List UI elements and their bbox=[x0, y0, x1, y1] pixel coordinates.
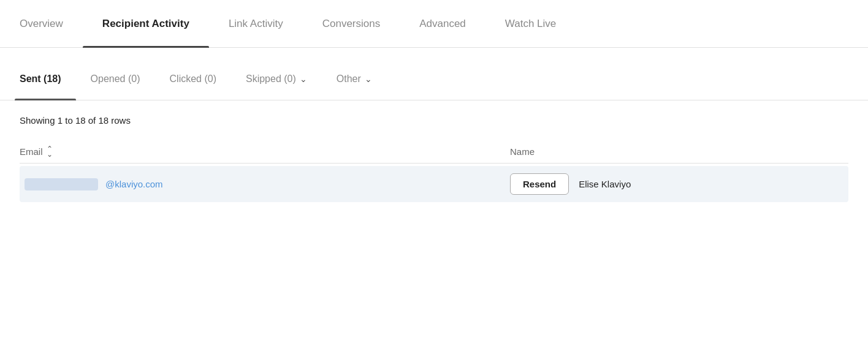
main-content: Showing 1 to 18 of 18 rows Email Name @k… bbox=[0, 100, 868, 217]
skipped-chevron-icon: ⌄ bbox=[300, 74, 307, 84]
email-sort-icon[interactable] bbox=[47, 145, 53, 158]
column-email: Email bbox=[20, 145, 510, 158]
sub-nav: Sent (18) Opened (0) Clicked (0) Skipped… bbox=[0, 58, 868, 100]
column-name: Name bbox=[510, 146, 848, 157]
tab-advanced[interactable]: Advanced bbox=[400, 0, 485, 48]
tab-link-activity[interactable]: Link Activity bbox=[209, 0, 303, 48]
subtab-skipped[interactable]: Skipped (0) ⌄ bbox=[231, 58, 322, 100]
cell-email: @klaviyo.com bbox=[20, 178, 510, 190]
subtab-clicked[interactable]: Clicked (0) bbox=[155, 58, 231, 100]
subtab-sent[interactable]: Sent (18) bbox=[15, 58, 76, 100]
email-blur bbox=[25, 178, 98, 190]
resend-button[interactable]: Resend bbox=[510, 173, 569, 195]
table-row: @klaviyo.com Resend Elise Klaviyo bbox=[20, 166, 848, 202]
tab-watch-live[interactable]: Watch Live bbox=[485, 0, 576, 48]
other-chevron-icon: ⌄ bbox=[365, 74, 372, 84]
table-header: Email Name bbox=[20, 140, 848, 164]
cell-name: Elise Klaviyo bbox=[579, 179, 848, 189]
tab-overview[interactable]: Overview bbox=[15, 0, 83, 48]
tab-conversions[interactable]: Conversions bbox=[303, 0, 400, 48]
top-nav: Overview Recipient Activity Link Activit… bbox=[0, 0, 868, 48]
rows-info: Showing 1 to 18 of 18 rows bbox=[20, 115, 848, 126]
subtab-other[interactable]: Other ⌄ bbox=[322, 58, 387, 100]
email-domain: @klaviyo.com bbox=[105, 179, 163, 189]
subtab-opened[interactable]: Opened (0) bbox=[76, 58, 155, 100]
tab-recipient-activity[interactable]: Recipient Activity bbox=[83, 0, 209, 48]
